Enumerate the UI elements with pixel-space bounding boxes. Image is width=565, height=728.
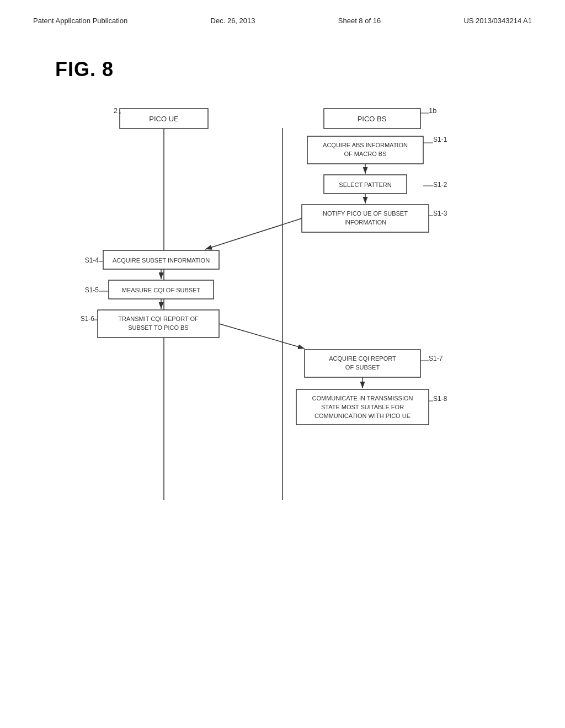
svg-text:ACQUIRE CQI REPORT: ACQUIRE CQI REPORT — [329, 355, 396, 362]
svg-rect-22 — [302, 205, 429, 232]
svg-rect-17 — [324, 175, 407, 194]
header-publication: Patent Application Publication — [33, 17, 127, 25]
svg-rect-50 — [296, 389, 429, 425]
svg-text:S1-6: S1-6 — [81, 315, 95, 323]
diagram: PICO UE PICO BS 2 1b ACQUIRE ABS INFORMA… — [76, 103, 489, 500]
svg-line-43 — [219, 324, 305, 349]
svg-rect-44 — [305, 350, 420, 377]
svg-text:SUBSET TO PICO BS: SUBSET TO PICO BS — [128, 324, 188, 331]
svg-text:TRANSMIT CQI REPORT OF: TRANSMIT CQI REPORT OF — [118, 315, 199, 322]
svg-text:S1-2: S1-2 — [433, 181, 447, 189]
svg-text:S1-3: S1-3 — [433, 210, 447, 217]
header-sheet: Sheet 8 of 16 — [338, 17, 381, 25]
svg-text:S1-8: S1-8 — [433, 395, 447, 403]
header-date: Dec. 26, 2013 — [211, 17, 255, 25]
svg-text:S1-4: S1-4 — [85, 256, 99, 264]
svg-rect-4 — [324, 109, 420, 129]
svg-text:STATE MOST SUITABLE FOR: STATE MOST SUITABLE FOR — [321, 404, 404, 410]
header-patent: US 2013/0343214 A1 — [463, 17, 532, 25]
diagram-svg: PICO UE PICO BS 2 1b ACQUIRE ABS INFORMA… — [76, 103, 489, 500]
svg-text:COMMUNICATION WITH PICO UE: COMMUNICATION WITH PICO UE — [315, 413, 411, 419]
diagram-container: PICO UE PICO BS 2 1b ACQUIRE ABS INFORMA… — [33, 103, 532, 500]
svg-text:2: 2 — [114, 106, 118, 115]
header: Patent Application Publication Dec. 26, … — [33, 17, 532, 25]
svg-text:ACQUIRE ABS INFORMATION: ACQUIRE ABS INFORMATION — [323, 142, 408, 148]
svg-rect-2 — [120, 109, 208, 129]
svg-text:PICO UE: PICO UE — [149, 115, 179, 123]
svg-rect-33 — [109, 280, 214, 299]
svg-text:INFORMATION: INFORMATION — [344, 219, 386, 226]
svg-text:COMMUNICATE IN TRANSMISSION: COMMUNICATE IN TRANSMISSION — [312, 395, 413, 402]
svg-rect-28 — [103, 250, 219, 269]
svg-text:ACQUIRE SUBSET INFORMATION: ACQUIRE SUBSET INFORMATION — [113, 257, 210, 264]
svg-text:1b: 1b — [429, 106, 436, 115]
svg-text:OF SUBSET: OF SUBSET — [345, 364, 380, 371]
svg-rect-38 — [98, 310, 219, 338]
svg-text:S1-5: S1-5 — [85, 286, 99, 294]
svg-text:NOTIFY PICO UE OF SUBSET: NOTIFY PICO UE OF SUBSET — [323, 210, 408, 217]
svg-text:PICO BS: PICO BS — [358, 115, 387, 123]
svg-rect-11 — [307, 136, 423, 164]
svg-line-27 — [205, 218, 302, 249]
page: Patent Application Publication Dec. 26, … — [0, 0, 565, 728]
svg-text:MEASURE CQI OF SUBSET: MEASURE CQI OF SUBSET — [122, 287, 201, 293]
svg-text:S1-1: S1-1 — [433, 136, 447, 143]
svg-text:OF MACRO BS: OF MACRO BS — [344, 151, 386, 157]
svg-text:S1-7: S1-7 — [429, 355, 443, 362]
figure-title: FIG. 8 — [55, 58, 532, 81]
svg-text:SELECT PATTERN: SELECT PATTERN — [339, 181, 391, 188]
